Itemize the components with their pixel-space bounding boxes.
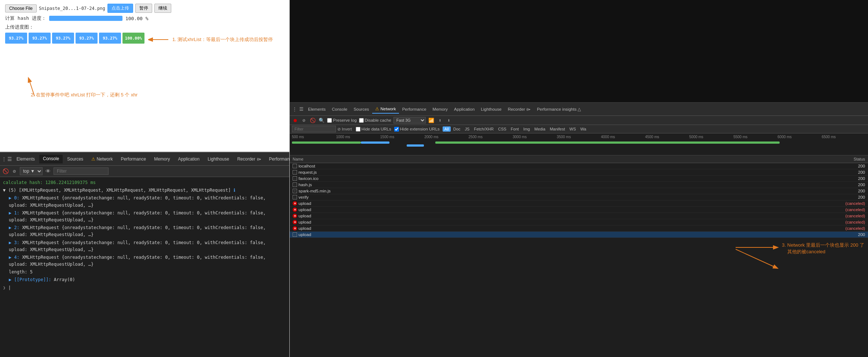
- hash-row: 计算 hash 进度： 100.00 %: [5, 15, 284, 22]
- tl-bar-2: [361, 141, 389, 144]
- right-settings-icon[interactable]: ☰: [298, 106, 305, 113]
- right-tab-application[interactable]: Application: [451, 106, 477, 113]
- tab-console[interactable]: Console: [39, 155, 63, 163]
- net-row-upload-200[interactable]: □ upload 200: [290, 232, 868, 238]
- hide-data-urls-checkbox[interactable]: [356, 127, 360, 132]
- right-tab-perf-insights[interactable]: Performance insights △: [534, 105, 584, 113]
- console-line-proto: ▶ [[Prototype]]: Array(0): [3, 276, 286, 283]
- clear-console-icon[interactable]: 🚫: [2, 168, 9, 174]
- net-row-name-upload-c2: ✕ upload: [293, 207, 836, 212]
- mark-5000: 5000 ms: [689, 135, 733, 139]
- pause-button[interactable]: 暂停: [135, 4, 152, 13]
- tab-application[interactable]: Application: [174, 155, 203, 163]
- search-icon[interactable]: 🔍: [318, 117, 325, 124]
- right-tab-sources[interactable]: Sources: [351, 106, 372, 113]
- hide-extension-urls-label[interactable]: Hide extension URLs: [394, 127, 440, 132]
- net-row-name-upload-200: □ upload: [293, 232, 836, 237]
- net-row-spark[interactable]: ⊙ spark-md5.min.js 200: [290, 188, 868, 194]
- net-row-name-verify: □ verify: [293, 195, 836, 199]
- console-line-4: ▶ 4: XMLHttpRequest {onreadystatechange:…: [3, 254, 286, 268]
- chunk-0: 93.27%: [5, 33, 27, 44]
- tl-bar-3: [407, 144, 424, 147]
- hide-data-urls-label[interactable]: Hide data URLs: [356, 127, 391, 132]
- right-menu-icon[interactable]: ⋮: [291, 106, 298, 113]
- preserve-log-label[interactable]: Preserve log: [327, 118, 357, 123]
- wifi-icon[interactable]: 📶: [428, 117, 435, 124]
- tab-perf-insights[interactable]: Performance insights △: [265, 155, 289, 163]
- filter-js[interactable]: JS: [463, 126, 472, 132]
- net-row-favicon[interactable]: □ favicon.ico 200: [290, 176, 868, 182]
- right-devtools-tabs: ⋮ ☰ Elements Console Sources ⚠ Network P…: [290, 103, 868, 116]
- timeline-bars: [292, 141, 866, 152]
- net-row-hash-js[interactable]: □ hash.js 200: [290, 182, 868, 188]
- record-icon[interactable]: ⏺: [292, 117, 299, 124]
- hash-label: 计算 hash 进度：: [5, 15, 46, 22]
- disable-cache-checkbox[interactable]: [359, 118, 364, 123]
- context-selector[interactable]: top ▼: [20, 167, 43, 175]
- upload-progress-label: 上传进度图：: [5, 24, 284, 30]
- right-tab-performance[interactable]: Performance: [399, 106, 429, 113]
- console-filter-input[interactable]: [54, 168, 109, 175]
- mark-4000: 4000 ms: [601, 135, 645, 139]
- net-row-upload-canceled-4[interactable]: ✕ upload (canceled): [290, 219, 868, 225]
- net-row-request-js[interactable]: □ request.js 200: [290, 169, 868, 176]
- tab-sources[interactable]: Sources: [63, 155, 87, 163]
- filter-all[interactable]: All: [443, 126, 451, 132]
- filter-manifest[interactable]: Manifest: [548, 126, 567, 132]
- tab-memory[interactable]: Memory: [150, 155, 173, 163]
- filter-wa[interactable]: Wa: [579, 126, 588, 132]
- tab-recorder[interactable]: Recorder ⌲: [234, 155, 265, 163]
- hide-extension-urls-checkbox[interactable]: [394, 127, 399, 132]
- filter-font[interactable]: Font: [509, 126, 521, 132]
- net-row-status-favicon: 200: [836, 176, 865, 181]
- choose-file-button[interactable]: Choose File: [5, 4, 37, 12]
- network-filter-input[interactable]: [292, 126, 336, 132]
- eye-icon[interactable]: 👁: [45, 168, 51, 174]
- net-row-status-upload-c1: (canceled): [836, 201, 865, 206]
- net-row-upload-canceled-2[interactable]: ✕ upload (canceled): [290, 207, 868, 213]
- net-row-status-spark: 200: [836, 189, 865, 193]
- filter-media[interactable]: Media: [532, 126, 547, 132]
- filter-doc[interactable]: Doc: [451, 126, 462, 132]
- filter-img[interactable]: Img: [521, 126, 532, 132]
- right-tab-elements[interactable]: Elements: [305, 106, 329, 113]
- clear-icon[interactable]: 🚫: [310, 117, 316, 124]
- filter-fetch[interactable]: Fetch/XHR: [472, 126, 495, 132]
- tab-elements[interactable]: Elements: [13, 155, 39, 163]
- stop-icon[interactable]: ⊘: [301, 117, 307, 124]
- timeline-area: 500 ms 1000 ms 1500 ms 2000 ms 2500 ms 3…: [290, 133, 868, 155]
- export-icon[interactable]: ⬇: [446, 117, 452, 124]
- console-line-2: ▶ 2: XMLHttpRequest {onreadystatechange:…: [3, 224, 286, 238]
- filter-ws[interactable]: WS: [568, 126, 578, 132]
- hide-extension-urls-text: Hide extension URLs: [400, 127, 440, 131]
- net-row-upload-canceled-3[interactable]: ✕ upload (canceled): [290, 213, 868, 219]
- net-row-upload-canceled-5[interactable]: ✕ upload (canceled): [290, 225, 868, 232]
- filter-css[interactable]: CSS: [496, 126, 508, 132]
- filter-icon[interactable]: ⊘: [11, 168, 18, 174]
- net-row-upload-canceled-1[interactable]: ✕ upload (canceled): [290, 200, 868, 207]
- right-tab-lighthouse[interactable]: Lighthouse: [478, 106, 504, 113]
- doc-icon-favicon: □: [293, 176, 297, 181]
- upload-button[interactable]: 点击上传: [107, 4, 133, 13]
- net-row-localhost[interactable]: □ localhost 200: [290, 163, 868, 169]
- tl-bar-1: [292, 141, 361, 144]
- console-prompt[interactable]: ❯ |: [3, 284, 286, 291]
- right-tab-memory[interactable]: Memory: [430, 106, 451, 113]
- preserve-log-checkbox[interactable]: [327, 118, 332, 123]
- resume-button[interactable]: 继续: [154, 4, 171, 13]
- tab-network[interactable]: ⚠ Network: [88, 155, 116, 163]
- net-row-verify[interactable]: □ verify 200: [290, 194, 868, 200]
- right-tab-console[interactable]: Console: [329, 106, 350, 113]
- right-top-empty: [290, 0, 868, 103]
- tab-performance[interactable]: Performance: [117, 155, 150, 163]
- devtools-menu-icon[interactable]: ⋮: [1, 156, 7, 162]
- speed-throttle-select[interactable]: Fast 3G Slow 3G No throttling: [393, 117, 426, 124]
- chunk-5: 100.00%: [122, 33, 144, 44]
- devtools-settings-icon[interactable]: ☰: [7, 156, 12, 162]
- import-icon[interactable]: ⬆: [437, 117, 443, 124]
- disable-cache-label[interactable]: Disable cache: [359, 118, 391, 123]
- right-tab-recorder[interactable]: Recorder ⌲: [505, 106, 534, 113]
- right-tab-network[interactable]: ⚠ Network: [372, 105, 399, 114]
- tab-lighthouse[interactable]: Lighthouse: [204, 155, 233, 163]
- net-row-status-upload-c2: (canceled): [836, 207, 865, 212]
